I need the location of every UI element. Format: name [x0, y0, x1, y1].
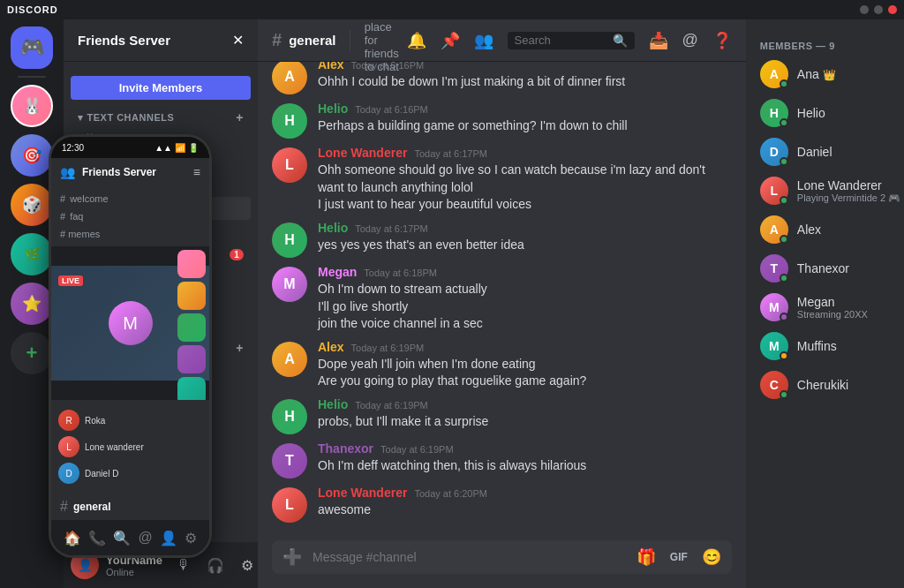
server-header[interactable]: Friends Server ✕ — [64, 19, 258, 62]
phone-home-icon[interactable]: 🏠 — [64, 530, 81, 547]
member-info: Cherukiki — [797, 378, 904, 392]
server-icon-2[interactable]: 🎯 — [11, 134, 53, 177]
message-content: ThanexorToday at 6:19PMOh I'm deff watch… — [318, 441, 732, 479]
message-header: Lone WandererToday at 6:17PM — [318, 146, 732, 160]
member-avatar: L — [760, 177, 788, 205]
search-input[interactable] — [515, 34, 607, 47]
phone-member-name: Lone wanderer — [85, 442, 144, 452]
status-dot — [780, 235, 788, 244]
message-avatar: L — [272, 487, 307, 523]
message-group: LLone WandererToday at 6:17PMOhh someone… — [258, 142, 746, 217]
search-icon: 🔍 — [613, 34, 628, 48]
phone-back-icon[interactable]: 👥 — [60, 165, 75, 179]
message-input[interactable] — [313, 540, 626, 574]
message-header: HelioToday at 6:16PM — [318, 102, 732, 116]
help-icon[interactable]: ❓ — [712, 31, 732, 50]
member-badge: 👑 — [823, 69, 836, 81]
phone-side-avatar-2 — [177, 282, 206, 310]
member-avatar: C — [760, 371, 788, 399]
message-text: Oh I'm down to stream actually — [318, 281, 732, 298]
member-item[interactable]: T Thanexor — [753, 249, 904, 288]
message-time: Today at 6:17PM — [414, 148, 487, 159]
member-avatar: D — [760, 138, 788, 166]
message-group: HHelioToday at 6:19PMprobs, but I'll mak… — [258, 394, 746, 438]
phone-settings-icon[interactable]: ⚙ — [185, 530, 197, 547]
phone-avatar-icon[interactable]: 👤 — [160, 530, 177, 547]
phone-channel-faq[interactable]: # faq — [51, 207, 209, 225]
gif-button[interactable]: GIF — [667, 544, 691, 570]
server-icon-friends[interactable]: 🐰 — [11, 85, 53, 127]
member-item[interactable]: A Ana 👑 — [753, 55, 904, 94]
invite-members-button[interactable]: Invite Members — [71, 76, 251, 100]
member-info: Lone Wanderer Playing Vermintide 2 🎮 — [797, 178, 904, 204]
server-icon-5[interactable]: ⭐ — [11, 283, 53, 325]
text-channels-category[interactable]: ▾ TEXT CHANNELS + — [64, 103, 258, 128]
emoji-button[interactable]: 😊 — [698, 540, 725, 574]
server-icon-3[interactable]: 🎲 — [11, 184, 53, 226]
deafen-button[interactable]: 🎧 — [201, 551, 230, 579]
app-title: DISCORD — [7, 4, 58, 15]
pin-icon[interactable]: 📌 — [441, 31, 460, 50]
member-item[interactable]: L Lone Wanderer Playing Vermintide 2 🎮 — [753, 171, 904, 210]
member-name: Ana 👑 — [797, 67, 904, 81]
member-item[interactable]: M Muffins — [753, 327, 904, 366]
phone-status-icons: ▲▲ 📶 🔋 — [154, 143, 199, 153]
phone-search-icon[interactable]: 🔍 — [113, 530, 131, 547]
member-item[interactable]: H Helio — [753, 94, 904, 132]
phone-menu-icon[interactable]: ≡ — [193, 165, 200, 179]
message-text: Dope yeah I'll join when I'm done eating — [318, 356, 732, 373]
phone-body: 👥 Friends Server ≡ # welcome # faq # mem… — [51, 158, 209, 555]
hash-icon: # — [60, 499, 68, 515]
status-dot — [780, 351, 788, 360]
message-group: LLone WandererToday at 6:20PMawesome — [258, 482, 746, 526]
member-info: Ana 👑 — [797, 67, 904, 81]
phone-general-channel[interactable]: # general — [51, 494, 209, 520]
message-text: Ohh someone should go live so I can watc… — [318, 162, 732, 196]
close-btn[interactable] — [888, 5, 897, 14]
members-icon[interactable]: 👥 — [474, 31, 493, 50]
server-icon-4[interactable]: 🌿 — [11, 233, 53, 275]
phone-phone-icon[interactable]: 📞 — [88, 530, 106, 547]
phone-channel-welcome[interactable]: # welcome — [51, 190, 209, 207]
message-text: Oh I'm deff watching then, this is alway… — [318, 457, 732, 475]
message-header: AlexToday at 6:19PM — [318, 340, 732, 354]
message-group: MMeganToday at 6:18PMOh I'm down to stre… — [258, 261, 746, 336]
server-icon-discord[interactable]: 🎮 — [11, 26, 53, 69]
at-icon[interactable]: @ — [682, 31, 698, 49]
add-channel-icon[interactable]: + — [236, 110, 244, 124]
search-bar: 🔍 — [508, 32, 635, 49]
bell-icon[interactable]: 🔔 — [407, 31, 426, 50]
gift-icon[interactable]: 🎁 — [633, 540, 659, 574]
message-time: Today at 6:18PM — [364, 268, 437, 278]
message-input-box: ➕ 🎁 GIF 😊 — [272, 540, 732, 574]
phone-at-icon[interactable]: @ — [138, 530, 152, 546]
phone-member-avatar: D — [58, 463, 79, 484]
status-dot — [780, 390, 788, 399]
member-item[interactable]: A Alex — [753, 210, 904, 249]
status-dot — [780, 157, 788, 166]
member-item[interactable]: C Cherukiki — [753, 366, 904, 404]
message-time: Today at 6:16PM — [355, 104, 428, 115]
message-header: HelioToday at 6:19PM — [318, 397, 732, 411]
phone-channel-memes[interactable]: # memes — [51, 225, 209, 243]
add-file-button[interactable]: ➕ — [279, 540, 305, 574]
message-text: join the voice channel in a sec — [318, 315, 732, 333]
message-text: Ohhh I could be down I'm just making a b… — [318, 73, 732, 91]
phone-side-avatar-5 — [177, 377, 206, 400]
phone-status-bar: 12:30 ▲▲ 📶 🔋 — [51, 137, 209, 158]
status-dot — [780, 274, 788, 283]
minimize-btn[interactable] — [860, 5, 869, 14]
member-info: Daniel — [797, 145, 904, 159]
add-server-button[interactable]: + — [11, 332, 53, 374]
member-item[interactable]: D Daniel — [753, 132, 904, 171]
server-divider — [18, 76, 46, 78]
message-author: Helio — [318, 102, 348, 116]
member-avatar: M — [760, 293, 788, 321]
members-category: MEMBERS — 9 — [753, 34, 904, 55]
member-item[interactable]: M Megan Streaming 20XX — [753, 288, 904, 327]
member-name: Lone Wanderer — [797, 178, 904, 192]
add-voice-channel-icon[interactable]: + — [236, 341, 244, 355]
app-body: 🎮 🐰 🎯 🎲 🌿 ⭐ + Friends Server ✕ Invite Me… — [0, 19, 904, 588]
maximize-btn[interactable] — [874, 5, 883, 14]
inbox-icon[interactable]: 📥 — [649, 31, 668, 50]
